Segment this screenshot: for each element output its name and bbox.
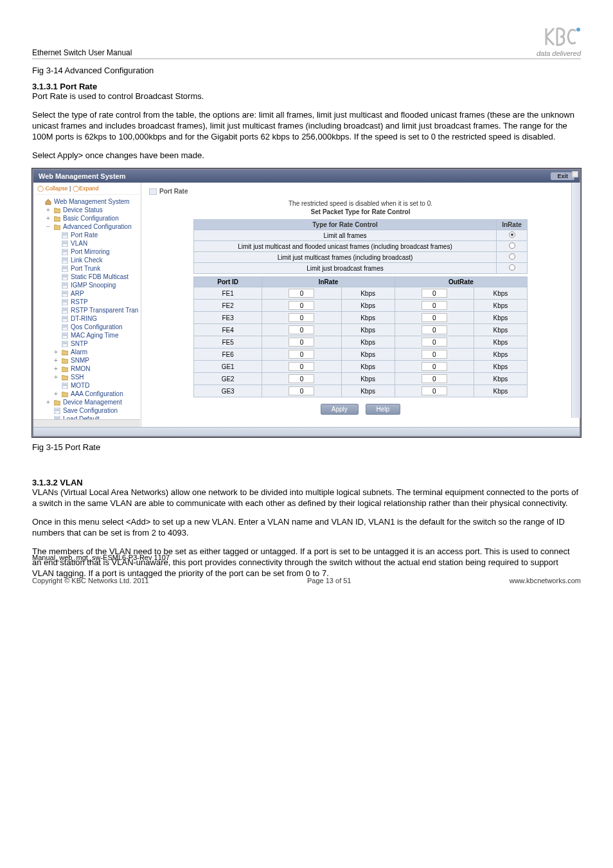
logo-tagline: data delivered xyxy=(537,50,581,57)
sidebar-item-alarm[interactable]: +Alarm xyxy=(35,348,139,356)
sidebar-item-mac-aging-time[interactable]: MAC Aging Time xyxy=(35,331,139,339)
sidebar-item-arp[interactable]: ARP xyxy=(35,289,139,298)
svg-rect-32 xyxy=(63,317,67,318)
unit-label: Kbps xyxy=(474,373,527,385)
sidebar-item-save-configuration[interactable]: Save Configuration xyxy=(35,406,139,415)
sidebar-item-static-fdb-multicast[interactable]: Static FDB Multicast xyxy=(35,273,139,281)
paragraph: Once in this menu select <Add> to set up… xyxy=(32,517,581,539)
unit-label: Kbps xyxy=(341,385,395,397)
sidebar-item-port-trunk[interactable]: Port Trunk xyxy=(35,264,139,273)
sidebar-item-label: Port Rate xyxy=(71,231,98,239)
sidebar-item-advanced-configuration[interactable]: −Advanced Configuration xyxy=(35,222,139,231)
tree-pane: ◯ Collapse | ◯Expand Web Management Syst… xyxy=(33,183,141,427)
paragraph: VLANs (Virtual Local Area Networks) allo… xyxy=(32,487,581,509)
sidebar-item-rmon[interactable]: +RMON xyxy=(35,365,139,373)
port-row: GE30Kbps0Kbps xyxy=(194,385,528,397)
port-row: FE30Kbps0Kbps xyxy=(194,312,528,324)
unit-label: Kbps xyxy=(474,361,527,373)
unit-label: Kbps xyxy=(341,336,395,348)
sidebar-item-motd[interactable]: MOTD xyxy=(35,381,139,390)
sidebar-item-sntp[interactable]: SNTP xyxy=(35,339,139,348)
sidebar-item-label: SNTP xyxy=(71,340,88,347)
collapse-link[interactable]: Collapse xyxy=(46,185,68,192)
sidebar-item-label: Port Mirroring xyxy=(71,248,110,255)
sidebar-item-port-rate[interactable]: Port Rate xyxy=(35,231,139,239)
port-row: FE40Kbps0Kbps xyxy=(194,324,528,336)
svg-rect-24 xyxy=(63,293,67,294)
section-heading-port-rate: 3.1.3.1 Port Rate xyxy=(32,82,581,91)
sidebar-item-ssh[interactable]: +SSH xyxy=(35,373,139,381)
svg-rect-45 xyxy=(63,385,67,386)
outrate-input[interactable]: 0 xyxy=(422,374,447,383)
outrate-input[interactable]: 0 xyxy=(422,325,447,334)
sidebar-item-rstp[interactable]: RSTP xyxy=(35,298,139,306)
app-titlebar: Web Management System Exit xyxy=(33,170,580,183)
port-id-cell: FE6 xyxy=(194,348,262,361)
inrate-input[interactable]: 0 xyxy=(289,362,314,371)
paragraph: Port Rate is used to control Broadcast S… xyxy=(32,91,581,102)
outrate-input[interactable]: 0 xyxy=(422,386,447,395)
sidebar-item-link-check[interactable]: Link Check xyxy=(35,256,139,264)
sidebar-item-label: Device Management xyxy=(63,399,122,406)
rate-type-radio[interactable] xyxy=(509,253,515,260)
sidebar-item-device-status[interactable]: +Device Status xyxy=(35,206,139,214)
sidebar-item-label: ARP xyxy=(71,290,84,297)
inrate-input[interactable]: 0 xyxy=(289,350,314,359)
figure-caption-mid: Fig 3-15 Port Rate xyxy=(32,442,581,452)
outrate-input[interactable]: 0 xyxy=(422,301,447,310)
sidebar-item-device-management[interactable]: +Device Management xyxy=(35,398,139,406)
sidebar-item-port-mirroring[interactable]: Port Mirroring xyxy=(35,248,139,256)
expand-link[interactable]: Expand xyxy=(79,185,99,192)
sidebar-item-label: RSTP Transparent Tran xyxy=(71,307,138,314)
svg-rect-47 xyxy=(55,409,59,410)
svg-rect-14 xyxy=(63,267,67,267)
outrate-input[interactable]: 0 xyxy=(422,289,447,298)
unit-label: Kbps xyxy=(474,348,527,361)
outrate-input[interactable]: 0 xyxy=(422,338,447,347)
inrate-input[interactable]: 0 xyxy=(289,374,314,383)
paragraph: Select Apply> once changes have been mad… xyxy=(32,150,581,161)
sidebar-item-rstp-transparent-tran[interactable]: RSTP Transparent Tran xyxy=(35,306,139,314)
svg-rect-8 xyxy=(63,250,67,251)
app-title: Web Management System xyxy=(39,172,126,180)
sidebar-item-label: RMON xyxy=(71,365,91,372)
help-button[interactable]: Help xyxy=(366,404,401,415)
sidebar-item-basic-configuration[interactable]: +Basic Configuration xyxy=(35,214,139,222)
inrate-input[interactable]: 0 xyxy=(289,289,314,298)
exit-button[interactable]: Exit xyxy=(551,172,574,180)
sidebar-item-vlan[interactable]: VLAN xyxy=(35,239,139,248)
window-control-icon[interactable] xyxy=(572,171,578,177)
sidebar-item-dt-ring[interactable]: DT-RING xyxy=(35,314,139,323)
rate-type-radio[interactable] xyxy=(509,242,515,249)
tree-horizontal-scrollbar[interactable] xyxy=(33,419,140,427)
sidebar-item-label: Static FDB Multicast xyxy=(71,273,129,280)
inrate-input[interactable]: 0 xyxy=(289,325,314,334)
restrict-subheading: Set Packet Type for Rate Control xyxy=(193,208,528,215)
rate-type-table: Type for Rate Control InRate Limit all f… xyxy=(193,219,528,274)
outrate-input[interactable]: 0 xyxy=(422,313,447,322)
outrate-input[interactable]: 0 xyxy=(422,362,447,371)
outrate-input[interactable]: 0 xyxy=(422,350,447,359)
sidebar-item-qos-configuration[interactable]: Qos Configuration xyxy=(35,323,139,331)
svg-rect-5 xyxy=(63,242,67,242)
sidebar-item-web-management-system[interactable]: Web Management System xyxy=(35,197,139,206)
sidebar-item-igmp-snooping[interactable]: IGMP Snooping xyxy=(35,281,139,289)
svg-rect-15 xyxy=(63,268,67,269)
apply-button[interactable]: Apply xyxy=(321,404,359,415)
inrate-input[interactable]: 0 xyxy=(289,301,314,310)
svg-rect-41 xyxy=(63,342,67,343)
sidebar-item-label: Qos Configuration xyxy=(71,323,123,330)
rate-type-radio[interactable] xyxy=(509,231,515,238)
inrate-input[interactable]: 0 xyxy=(289,313,314,322)
sidebar-item-snmp[interactable]: +SNMP xyxy=(35,356,139,365)
inrate-input[interactable]: 0 xyxy=(289,386,314,395)
sidebar-item-aaa-configuration[interactable]: +AAA Configuration xyxy=(35,390,139,398)
rate-type-radio[interactable] xyxy=(509,264,515,271)
sidebar-item-label: AAA Configuration xyxy=(71,390,123,397)
svg-point-0 xyxy=(576,28,580,32)
sidebar-item-label: Save Configuration xyxy=(63,407,118,414)
sidebar-item-label: Link Check xyxy=(71,257,102,264)
svg-rect-33 xyxy=(63,318,67,319)
sidebar-item-label: SSH xyxy=(71,374,84,381)
inrate-input[interactable]: 0 xyxy=(289,338,314,347)
